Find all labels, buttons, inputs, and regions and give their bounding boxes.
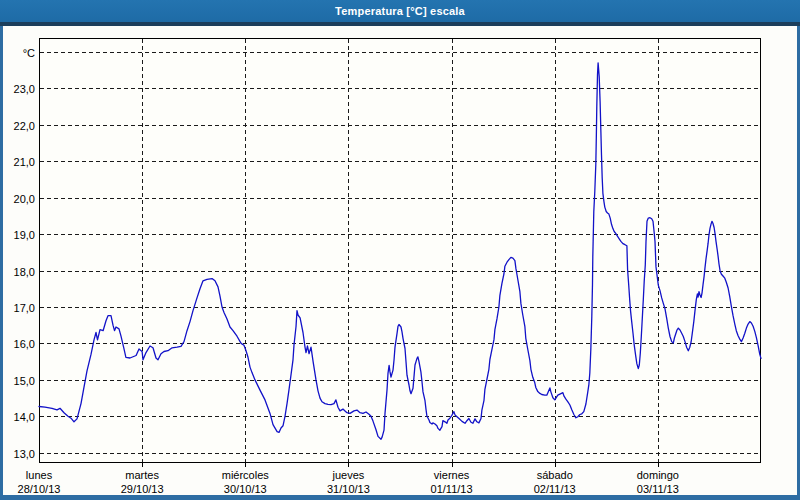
window-title: Temperatura [°C] escala (335, 5, 465, 17)
title-bar-divider (0, 22, 800, 26)
title-bar[interactable]: Temperatura [°C] escala (0, 0, 800, 22)
chart-window: Temperatura [°C] escala 13,014,015,016,0… (0, 0, 800, 500)
chart-content-area (3, 26, 797, 495)
